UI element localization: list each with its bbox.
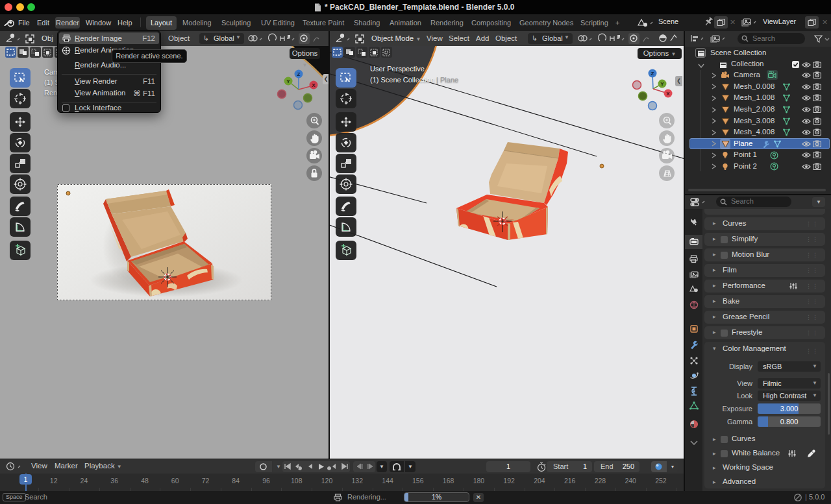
svg-text:Y: Y — [660, 81, 664, 87]
svg-text:Y: Y — [286, 78, 290, 84]
svg-text:Z: Z — [651, 71, 654, 77]
svg-text:Z: Z — [297, 71, 301, 77]
svg-text:X: X — [312, 82, 316, 88]
svg-text:X: X — [666, 91, 670, 97]
